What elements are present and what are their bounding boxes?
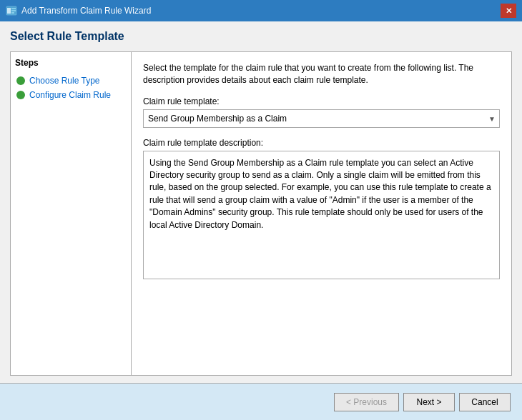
title-bar-left: Add Transform Claim Rule Wizard (6, 5, 151, 16)
step-choose-rule-type[interactable]: Choose Rule Type (15, 74, 127, 88)
page-title: Select Rule Template (10, 30, 512, 43)
sidebar: Steps Choose Rule Type Configure Claim R… (10, 51, 132, 376)
step-dot-1 (16, 76, 25, 85)
wizard-icon (6, 5, 17, 16)
title-bar: Add Transform Claim Rule Wizard ✕ (0, 0, 522, 21)
panel-description: Select the template for the claim rule t… (143, 62, 500, 86)
template-dropdown-wrapper: Send Group Membership as a Claim ▼ (143, 109, 500, 128)
template-label: Claim rule template: (143, 96, 500, 106)
template-dropdown[interactable]: Send Group Membership as a Claim (143, 109, 500, 128)
step-label-2: Configure Claim Rule (29, 90, 111, 100)
right-panel: Select the template for the claim rule t… (132, 51, 512, 376)
step-dot-2 (16, 91, 25, 99)
template-desc-label: Claim rule template description: (143, 138, 500, 148)
next-button[interactable]: Next > (403, 393, 455, 411)
steps-label: Steps (15, 58, 127, 68)
title-text: Add Transform Claim Rule Wizard (21, 6, 151, 16)
previous-button[interactable]: < Previous (334, 393, 399, 411)
step-configure-claim-rule[interactable]: Configure Claim Rule (15, 88, 127, 102)
svg-rect-1 (7, 8, 11, 14)
template-description-box: Using the Send Group Membership as a Cla… (143, 151, 500, 279)
step-label-1: Choose Rule Type (29, 76, 100, 86)
main-content: Select Rule Template Steps Choose Rule T… (0, 21, 522, 383)
footer: < Previous Next > Cancel (0, 383, 522, 420)
svg-rect-4 (11, 12, 14, 14)
cancel-button[interactable]: Cancel (459, 393, 511, 411)
close-button[interactable]: ✕ (501, 4, 516, 18)
svg-rect-2 (11, 8, 16, 9)
wizard-window: Add Transform Claim Rule Wizard ✕ Select… (0, 0, 522, 420)
body-area: Steps Choose Rule Type Configure Claim R… (10, 51, 512, 376)
svg-rect-3 (11, 10, 16, 11)
